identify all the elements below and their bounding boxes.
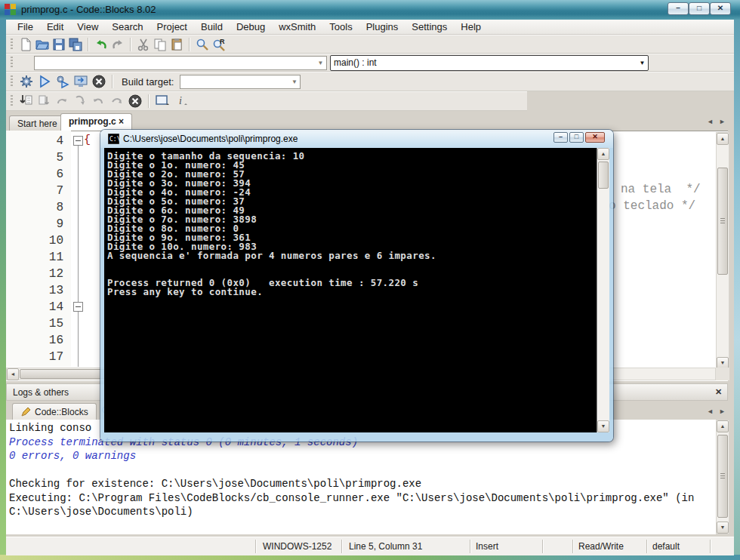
menu-view[interactable]: View: [70, 21, 105, 32]
logs-vscroll-thumb[interactable]: [717, 435, 728, 518]
debug-info-icon[interactable]: i: [174, 94, 191, 109]
build-and-run-icon[interactable]: [55, 74, 70, 89]
menu-edit[interactable]: Edit: [40, 21, 70, 32]
title-bar[interactable]: primprog.c - Code::Blocks 8.02 – □ ✕: [0, 0, 740, 20]
console-output[interactable]: Digite o tamanho da sequencia: 10 Digite…: [104, 148, 609, 432]
cut-icon[interactable]: [137, 38, 150, 51]
tab-scroll-left-icon[interactable]: ◄: [707, 118, 714, 125]
tab-start-here[interactable]: Start here: [9, 115, 66, 131]
menu-file[interactable]: File: [11, 21, 40, 32]
logs-vscrollbar[interactable]: ▲ ▼: [716, 420, 729, 534]
codeblocks-logo-icon: [5, 4, 17, 16]
copy-icon[interactable]: [153, 38, 167, 51]
abort-icon[interactable]: [91, 74, 106, 89]
chevron-down-icon[interactable]: ▼: [637, 60, 648, 66]
logs-tab-scroll-right-icon[interactable]: ►: [719, 408, 726, 415]
console-close-button[interactable]: ✕: [585, 132, 605, 143]
line-number: 10: [6, 232, 71, 249]
console-vscrollbar[interactable]: ▲ ▼: [597, 148, 609, 432]
chevron-down-icon[interactable]: ▼: [288, 78, 300, 85]
scroll-up-icon[interactable]: ▲: [717, 133, 729, 145]
chevron-down-icon[interactable]: ▼: [315, 60, 326, 66]
menu-search[interactable]: Search: [105, 21, 150, 32]
tab-scroll-right-icon[interactable]: ►: [719, 118, 726, 125]
scroll-up-icon[interactable]: ▲: [717, 420, 729, 432]
paste-icon[interactable]: [170, 38, 183, 51]
step-into-icon[interactable]: [73, 94, 88, 109]
toolbar-separator: [130, 38, 131, 51]
tab-close-icon[interactable]: ×: [119, 116, 124, 127]
console-vscroll-thumb[interactable]: [598, 162, 609, 189]
close-button[interactable]: ✕: [710, 2, 731, 15]
function-combo[interactable]: main() : int ▼: [330, 55, 649, 71]
line-number-gutter: 4 5 6 7 8 9 10 11 12 13 14 15 16 17: [6, 131, 71, 367]
menu-wxsmith[interactable]: wxSmith: [272, 21, 322, 32]
step-out-icon[interactable]: [91, 94, 106, 109]
find-icon[interactable]: [196, 38, 209, 51]
open-file-icon[interactable]: [35, 38, 49, 51]
debug-windows-icon[interactable]: [155, 94, 171, 109]
next-instruction-icon[interactable]: [109, 94, 125, 109]
menu-project[interactable]: Project: [150, 21, 194, 32]
next-line-icon[interactable]: [55, 94, 70, 109]
menu-tools[interactable]: Tools: [322, 21, 359, 32]
logs-panel-title: Logs & others: [13, 387, 69, 398]
scroll-left-icon[interactable]: ◄: [7, 368, 19, 380]
logs-close-icon[interactable]: ✕: [715, 387, 722, 397]
scroll-up-icon[interactable]: ▲: [597, 148, 609, 160]
undo-icon[interactable]: [94, 38, 108, 51]
code-completion-toolbar: ▼ main() : int ▼: [6, 54, 734, 72]
editor-vscrollbar[interactable]: ▲ ▼: [716, 132, 729, 370]
save-all-icon[interactable]: [69, 38, 82, 51]
run-icon[interactable]: [37, 74, 52, 89]
toolbar-grip[interactable]: [11, 95, 13, 107]
logs-tab-codeblocks[interactable]: Code::Blocks: [12, 403, 97, 420]
build-target-combo[interactable]: ▼: [180, 75, 301, 89]
console-maximize-button[interactable]: □: [569, 132, 584, 143]
line-number: 12: [6, 266, 71, 282]
menu-help[interactable]: Help: [454, 21, 488, 32]
function-combo-value: main() : int: [331, 57, 637, 68]
save-icon[interactable]: [52, 38, 66, 51]
fold-collapse-icon[interactable]: [73, 136, 83, 146]
console-line: Press any key to continue.: [107, 288, 594, 297]
console-window[interactable]: C:\ C:\Users\jose\Documents\poli\primpro…: [100, 130, 613, 442]
scroll-down-icon[interactable]: ▼: [717, 522, 729, 534]
codeblocks-window: primprog.c - Code::Blocks 8.02 – □ ✕ Fil…: [0, 0, 740, 560]
svg-text:i: i: [179, 95, 182, 106]
rebuild-icon[interactable]: [73, 74, 88, 89]
toolbar-grip[interactable]: [11, 38, 13, 51]
editor-vscroll-thumb[interactable]: [717, 168, 728, 275]
window-border-left: [0, 20, 6, 555]
line-number: 9: [6, 216, 71, 232]
redo-icon[interactable]: [111, 38, 125, 51]
status-cursor-position: Line 5, Column 31: [349, 541, 422, 552]
logs-tab-scroll-left-icon[interactable]: ◄: [707, 408, 714, 415]
fold-collapse-icon[interactable]: [73, 302, 83, 312]
toolbar-grip[interactable]: [11, 57, 13, 69]
scroll-corner: [716, 368, 729, 380]
console-minimize-button[interactable]: –: [553, 132, 568, 143]
line-number: 6: [6, 166, 71, 183]
compiler-toolbar: Build target: ▼: [6, 72, 734, 91]
menu-debug[interactable]: Debug: [230, 21, 272, 32]
console-line: A sequencia e' formada por 4 numeros par…: [107, 251, 594, 260]
minimize-button[interactable]: –: [668, 2, 689, 15]
stop-debugger-icon[interactable]: [128, 94, 143, 109]
symbol-combo[interactable]: ▼: [34, 56, 327, 70]
replace-icon[interactable]: R: [212, 38, 226, 51]
menu-settings[interactable]: Settings: [405, 21, 454, 32]
debug-continue-icon[interactable]: [19, 94, 34, 109]
maximize-button[interactable]: □: [689, 2, 710, 15]
build-icon[interactable]: [19, 74, 34, 89]
log-line: 0 errors, 0 warnings: [9, 449, 716, 463]
menu-build[interactable]: Build: [194, 21, 230, 32]
log-line: Executing: C:\Program Files\CodeBlocks/c…: [9, 491, 716, 519]
toolbar-grip[interactable]: [11, 75, 13, 88]
menu-plugins[interactable]: Plugins: [359, 21, 405, 32]
tab-primprog[interactable]: primprog.c ×: [60, 113, 132, 131]
new-file-icon[interactable]: [19, 38, 32, 51]
run-to-cursor-icon[interactable]: [37, 94, 52, 109]
code-comment-line8: o teclado */: [609, 199, 695, 213]
scroll-down-icon[interactable]: ▼: [597, 420, 609, 432]
